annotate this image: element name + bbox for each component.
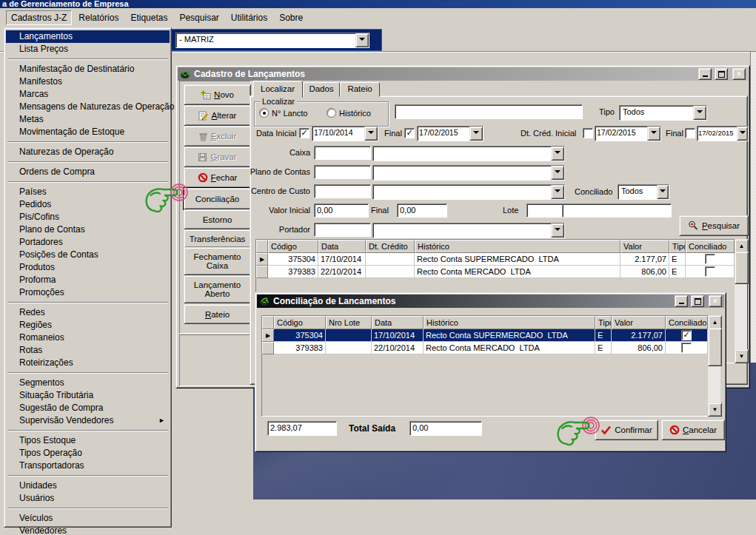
tab-dados[interactable]: Dados [303, 82, 340, 97]
menu-item-ordens-de-compra[interactable]: Ordens de Compra [6, 166, 170, 178]
grid-cell-historico[interactable]: Recto Conta SUPERMERCADO LTDA [424, 329, 595, 342]
close-icon[interactable]: ✕ [709, 295, 722, 307]
grid-cell-data[interactable]: 17/10/2014 [318, 253, 366, 266]
valor-inicial-input[interactable]: 0,00 [314, 203, 369, 218]
menu-item-redes[interactable]: Redes [6, 306, 170, 319]
maximize-icon[interactable] [691, 295, 704, 307]
conciliacao-grid-scrollbar[interactable]: ▲ ▼ [708, 315, 720, 415]
menu-item-metas[interactable]: Metas [6, 113, 170, 126]
grid-cell-conciliado[interactable] [686, 266, 735, 278]
plano-code-input[interactable] [314, 165, 371, 179]
data-inicial-combo[interactable]: 17/10/2014 [312, 126, 378, 141]
grid-cell-valor[interactable]: 2.177,07 [620, 253, 669, 266]
column-header-valor[interactable]: Valor [620, 240, 669, 253]
pesquisar-button[interactable]: Pesquisar [679, 215, 749, 236]
grid-cell-valor[interactable]: 806,00 [612, 342, 666, 354]
rateio-button[interactable]: Rateio [184, 304, 251, 324]
column-header-tipo[interactable]: Tipo [595, 316, 612, 329]
menu-item-portadores[interactable]: Portadores [6, 236, 170, 249]
column-header-valor[interactable]: Valor [612, 316, 666, 329]
grid-cell-data[interactable]: 17/10/2014 [372, 329, 424, 342]
menu-item-sugest-o-de-compra[interactable]: Sugestão de Compra [6, 402, 170, 414]
grid-cell-data[interactable]: 22/10/2014 [372, 342, 424, 354]
minimize-icon[interactable] [675, 295, 688, 307]
total-saida-input[interactable]: 0,00 [409, 421, 482, 436]
final2-combo[interactable]: 17/02/2015 [697, 126, 749, 141]
grid-cell-nro_lote[interactable] [326, 342, 372, 354]
menu-item-segmentos[interactable]: Segmentos [6, 377, 170, 389]
dropdown-arrow-icon[interactable] [693, 106, 706, 120]
search-input[interactable] [395, 104, 583, 119]
grid-cell-historico[interactable]: Recto Conta MERCADO LTDA [424, 342, 595, 354]
grid-cell-dt_credito[interactable] [366, 266, 415, 278]
grid-cell-tipo[interactable]: E [595, 342, 612, 354]
dialog1-title-bar[interactable]: Cadastro de Lançamentos ✕ [178, 67, 748, 81]
plano-combo[interactable] [372, 165, 565, 181]
tab-rateio[interactable]: Rateio [340, 82, 380, 97]
conciliado-checkbox[interactable] [681, 330, 692, 340]
menubar-item-cadastros-j-z[interactable]: Cadastros J-Z [6, 10, 72, 25]
confirmar-button[interactable]: Confirmar [595, 420, 658, 440]
dropdown-arrow-icon[interactable] [551, 185, 564, 199]
grid-cell-codigo[interactable]: 379383 [274, 342, 326, 354]
menu-item-naturezas-de-opera-o[interactable]: Naturezas de Operação [6, 146, 170, 158]
menu-item-ve-culos[interactable]: Veículos [6, 512, 170, 525]
final1-combo[interactable]: 17/02/2015 [417, 126, 484, 141]
main-title-bar[interactable]: a de Gerenciamento de Empresa [0, 0, 756, 8]
menu-item-movimenta-o-de-estoque[interactable]: Movimentação de Estoque [6, 126, 170, 138]
maximize-icon[interactable] [715, 68, 728, 80]
column-header-data[interactable]: Data [372, 316, 424, 329]
menubar-item-etiquetas[interactable]: Etiquetas [125, 10, 173, 25]
column-header-conciliado[interactable]: Conciliado [666, 316, 708, 329]
grid-cell-valor[interactable]: 2.177,07 [612, 329, 666, 342]
radio-n-lancto-dot[interactable] [259, 108, 269, 118]
column-header-conciliado[interactable]: Conciliado [686, 240, 735, 253]
menubar-item-sobre[interactable]: Sobre [274, 10, 308, 25]
grid-cell-data[interactable]: 22/10/2014 [318, 266, 366, 278]
fechamento-caixa-button[interactable]: Fechamento Caixa [184, 247, 251, 275]
menu-item-romaneios[interactable]: Romaneios [6, 332, 170, 344]
conciliado-checkbox[interactable] [705, 266, 715, 277]
dropdown-arrow-icon[interactable] [551, 223, 564, 238]
column-header-data[interactable]: Data [318, 240, 366, 253]
menu-item-usu-rios[interactable]: Usuários [6, 492, 170, 505]
centro-combo[interactable] [372, 184, 565, 200]
menu-item-proforma[interactable]: Proforma [6, 274, 170, 286]
grid-cell-valor[interactable]: 806,00 [620, 266, 669, 278]
conciliado-checkbox[interactable] [681, 343, 692, 353]
dropdown-arrow-icon[interactable] [647, 127, 660, 141]
lote-code-input[interactable] [526, 203, 563, 218]
dropdown-arrow-icon[interactable] [364, 127, 378, 141]
radio-n-lancto[interactable]: N° Lancto [259, 108, 307, 118]
grid-cell-conciliado[interactable] [666, 329, 708, 342]
grid-cell-historico[interactable]: Recto Conta SUPERMERCADO LTDA [415, 253, 620, 266]
caixa-combo[interactable] [372, 146, 565, 161]
menu-item-manifestos[interactable]: Manifestos [6, 75, 170, 88]
menu-item-lista-pre-os[interactable]: Lista Preços [6, 43, 170, 55]
menu-item-produtos[interactable]: Produtos [6, 261, 170, 274]
lote-name-input[interactable] [562, 203, 672, 218]
close-icon[interactable]: ✕ [732, 68, 746, 80]
valor-final-input[interactable]: 0,00 [397, 203, 447, 218]
mdi-right-scroll-strip[interactable] [750, 52, 756, 363]
column-header-tipo[interactable]: Tipo [669, 240, 686, 253]
menu-item-transportadoras[interactable]: Transportadoras [6, 460, 170, 472]
dialog2-title-bar[interactable]: Conciliação de Lancamentos ✕ [257, 295, 724, 308]
column-header-c-digo[interactable]: Código [274, 316, 326, 329]
scroll-down-icon[interactable]: ▼ [735, 349, 749, 363]
dropdown-arrow-icon[interactable] [657, 185, 669, 199]
radio-historico-dot[interactable] [327, 108, 336, 118]
menubar-item-relat-rios[interactable]: Relatórios [73, 10, 124, 25]
excluir-button[interactable]: Excluir [184, 126, 251, 147]
conciliado-combo[interactable]: Todos [618, 184, 669, 200]
menu-item-rotas[interactable]: Rotas [6, 344, 170, 357]
minimize-icon[interactable] [698, 68, 712, 80]
alterar-button[interactable]: Alterar [184, 105, 251, 126]
menu-item-supervis-o-vendedores[interactable]: Supervisão Vendedores► [6, 414, 170, 427]
total-entrada-input[interactable]: 2.983,07 [267, 421, 337, 436]
column-header-hist-rico[interactable]: Histórico [415, 240, 620, 253]
radio-historico[interactable]: Histórico [327, 108, 371, 118]
menu-item-posi-es-de-contas[interactable]: Posições de Contas [6, 249, 170, 261]
grid-cell-tipo[interactable]: E [669, 253, 686, 266]
menu-item-vendedores[interactable]: Vendedores [6, 525, 170, 535]
